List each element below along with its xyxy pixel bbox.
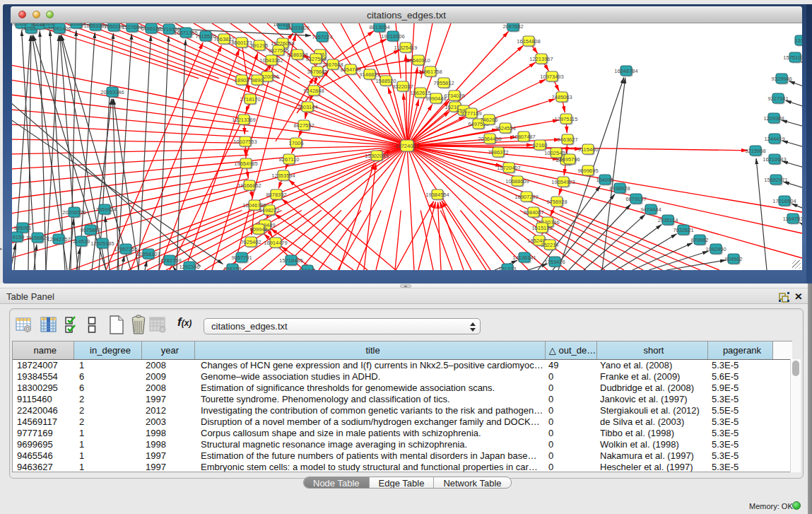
svg-text:7515526: 7515526 bbox=[195, 33, 216, 40]
svg-text:8454749: 8454749 bbox=[340, 66, 360, 73]
svg-text:62160: 62160 bbox=[533, 142, 548, 148]
svg-text:16210643: 16210643 bbox=[763, 156, 786, 163]
svg-text:18640910: 18640910 bbox=[406, 57, 430, 64]
svg-text:9777169: 9777169 bbox=[461, 110, 481, 117]
svg-text:16033809: 16033809 bbox=[286, 25, 309, 31]
svg-text:10973493: 10973493 bbox=[540, 74, 563, 80]
svg-text:10807487: 10807487 bbox=[512, 134, 535, 140]
svg-text:10046785: 10046785 bbox=[242, 202, 266, 209]
svg-text:9227341: 9227341 bbox=[767, 95, 788, 102]
svg-text:252214: 252214 bbox=[541, 242, 558, 248]
svg-text:15720407: 15720407 bbox=[497, 165, 520, 171]
svg-text:17957255: 17957255 bbox=[114, 246, 137, 252]
svg-text:18907249: 18907249 bbox=[514, 194, 538, 200]
svg-text:15716485: 15716485 bbox=[279, 257, 302, 264]
svg-text:8427552: 8427552 bbox=[293, 122, 314, 129]
svg-text:10107553: 10107553 bbox=[233, 139, 257, 145]
svg-text:11156829: 11156829 bbox=[26, 235, 49, 241]
svg-text:1244419: 1244419 bbox=[764, 136, 784, 142]
svg-text:7625402: 7625402 bbox=[240, 239, 261, 245]
svg-text:909948: 909948 bbox=[249, 226, 267, 233]
svg-text:9699695: 9699695 bbox=[577, 168, 598, 174]
svg-text:3675685: 3675685 bbox=[307, 69, 327, 75]
svg-text:20364436: 20364436 bbox=[478, 136, 501, 142]
svg-text:3624554: 3624554 bbox=[495, 125, 515, 132]
svg-text:19384554: 19384554 bbox=[425, 192, 449, 198]
svg-text:9890: 9890 bbox=[252, 77, 264, 83]
svg-text:15751074: 15751074 bbox=[783, 54, 802, 61]
svg-text:924502: 924502 bbox=[724, 256, 742, 262]
svg-text:16648784: 16648784 bbox=[614, 68, 637, 74]
svg-text:20206576: 20206576 bbox=[62, 209, 86, 216]
svg-text:10688609: 10688609 bbox=[505, 178, 529, 185]
svg-text:1209388: 1209388 bbox=[763, 115, 784, 122]
svg-text:15692971: 15692971 bbox=[764, 177, 787, 183]
svg-text:1164753: 1164753 bbox=[783, 216, 802, 222]
svg-text:746266: 746266 bbox=[480, 117, 498, 123]
svg-text:1312: 1312 bbox=[795, 37, 802, 44]
svg-text:7357224: 7357224 bbox=[312, 34, 332, 40]
svg-text:6879197: 6879197 bbox=[625, 196, 646, 202]
svg-text:1615132: 1615132 bbox=[531, 225, 552, 231]
svg-text:12213967: 12213967 bbox=[529, 56, 553, 62]
svg-text:1527602: 1527602 bbox=[122, 24, 142, 30]
svg-text:870662: 870662 bbox=[690, 237, 708, 243]
svg-text:14136141: 14136141 bbox=[512, 255, 536, 261]
svg-text:39159: 39159 bbox=[12, 234, 24, 240]
svg-text:10958107: 10958107 bbox=[136, 251, 160, 257]
svg-text:18902: 18902 bbox=[235, 77, 249, 83]
svg-text:6734028: 6734028 bbox=[444, 93, 464, 99]
svg-text:12975115: 12975115 bbox=[555, 116, 578, 122]
svg-text:16154808: 16154808 bbox=[517, 38, 540, 45]
svg-text:2718170: 2718170 bbox=[240, 96, 260, 103]
svg-text:938159: 938159 bbox=[223, 266, 241, 271]
svg-text:9329946: 9329946 bbox=[771, 76, 792, 82]
svg-text:12942757: 12942757 bbox=[47, 236, 70, 243]
svg-text:7955812: 7955812 bbox=[433, 80, 454, 86]
svg-text:8938928: 8938928 bbox=[609, 185, 630, 192]
svg-text:8878352: 8878352 bbox=[266, 192, 286, 198]
svg-text:1753426: 1753426 bbox=[544, 259, 565, 265]
svg-text:16961758: 16961758 bbox=[418, 69, 442, 75]
svg-text:17359924: 17359924 bbox=[93, 206, 116, 213]
svg-text:131841: 131841 bbox=[298, 267, 316, 271]
svg-text:131313: 131313 bbox=[498, 266, 516, 271]
svg-text:1092450: 1092450 bbox=[705, 246, 726, 252]
svg-text:891295: 891295 bbox=[250, 42, 268, 49]
svg-text:17006: 17006 bbox=[289, 140, 304, 146]
svg-text:9146821: 9146821 bbox=[359, 71, 379, 78]
svg-text:9990448: 9990448 bbox=[425, 95, 446, 102]
svg-text:9115460: 9115460 bbox=[578, 146, 599, 153]
svg-text:8267110: 8267110 bbox=[279, 156, 300, 163]
svg-text:2087682: 2087682 bbox=[502, 23, 523, 30]
svg-text:15302033: 15302033 bbox=[365, 153, 388, 159]
svg-text:19218506: 19218506 bbox=[381, 33, 404, 40]
svg-text:114519: 114519 bbox=[73, 238, 90, 245]
svg-text:9474444: 9474444 bbox=[640, 206, 661, 213]
svg-text:12353594: 12353594 bbox=[271, 173, 295, 179]
svg-text:20053346: 20053346 bbox=[100, 89, 124, 95]
svg-text:7632621: 7632621 bbox=[673, 227, 693, 233]
svg-text:16914479: 16914479 bbox=[264, 240, 287, 246]
svg-text:9463627: 9463627 bbox=[557, 136, 577, 143]
svg-text:18724007: 18724007 bbox=[395, 143, 418, 149]
svg-text:11325419: 11325419 bbox=[394, 45, 418, 51]
svg-text:1292346: 1292346 bbox=[179, 264, 199, 270]
svg-text:19654985: 19654985 bbox=[234, 160, 257, 167]
svg-text:9756928: 9756928 bbox=[546, 199, 567, 205]
svg-text:16671355: 16671355 bbox=[174, 30, 197, 36]
svg-text:8813054: 8813054 bbox=[369, 24, 389, 30]
svg-text:8660123: 8660123 bbox=[231, 40, 252, 46]
svg-text:12505185: 12505185 bbox=[90, 240, 114, 247]
svg-text:951682: 951682 bbox=[67, 23, 85, 27]
svg-text:19166852: 19166852 bbox=[237, 182, 261, 189]
svg-text:12213369: 12213369 bbox=[232, 117, 255, 123]
svg-text:9857791: 9857791 bbox=[231, 255, 252, 261]
svg-text:19654923: 19654923 bbox=[551, 179, 575, 185]
svg-text:7485063: 7485063 bbox=[551, 94, 572, 100]
svg-text:10543362: 10543362 bbox=[259, 57, 283, 64]
svg-text:164095: 164095 bbox=[596, 177, 613, 183]
svg-text:8322037: 8322037 bbox=[392, 83, 413, 90]
svg-text:2803144: 2803144 bbox=[297, 104, 317, 110]
svg-text:9975867: 9975867 bbox=[80, 227, 100, 233]
